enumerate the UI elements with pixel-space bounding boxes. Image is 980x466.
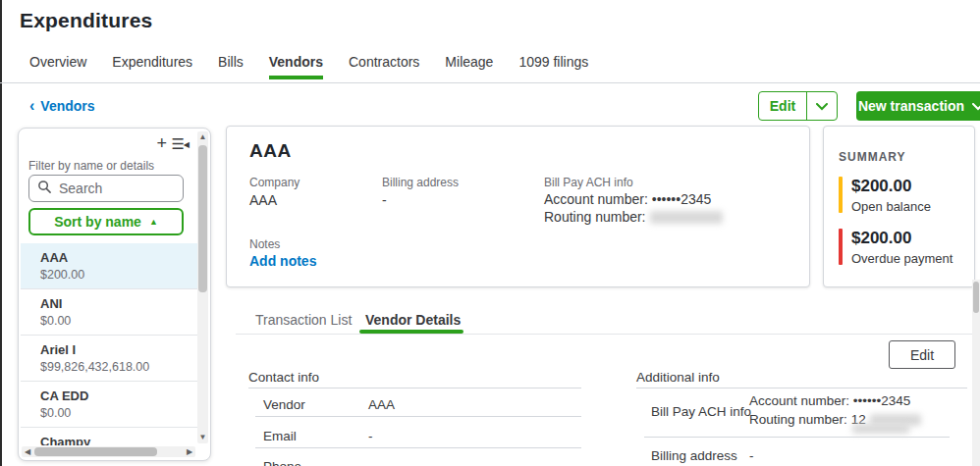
collapse-list-icon[interactable]: ☰◀ [171, 136, 189, 151]
page-title: Expenditures [20, 9, 152, 32]
search-input[interactable] [59, 181, 167, 196]
email-row-label: Email [263, 429, 297, 443]
edit-dropdown-button[interactable] [806, 92, 837, 120]
vendor-list-item-aaa[interactable]: AAA $200.00 [21, 243, 197, 288]
tab-1099-filings[interactable]: 1099 filings [518, 54, 588, 79]
redacted-routing-number [650, 211, 723, 224]
row-divider [644, 437, 950, 438]
tab-contractors[interactable]: Contractors [349, 54, 419, 79]
vertical-scroll-thumb[interactable] [198, 145, 207, 292]
vendor-row-label: Vendor [263, 397, 305, 412]
edit-split-button: Edit [758, 91, 838, 121]
new-transaction-button[interactable]: New transaction [856, 91, 980, 121]
vendor-name: Champy [40, 435, 191, 445]
filter-label: Filter by name or details [28, 159, 154, 173]
scroll-up-arrow-icon[interactable]: ▲ [197, 131, 208, 143]
page-vertical-scrollbar[interactable] [972, 280, 980, 466]
overdue-payment-summary: $200.00 Overdue payment [839, 229, 953, 266]
additional-info-rule [636, 388, 967, 388]
scroll-right-arrow-icon[interactable]: ▶ [184, 446, 195, 457]
vendor-list-item-ariel[interactable]: Ariel I $99,826,432,618.00 [21, 335, 197, 381]
tab-mileage[interactable]: Mileage [445, 54, 493, 79]
sort-label: Sort by name [54, 214, 141, 230]
overdue-payment-label: Overdue payment [851, 251, 953, 266]
chevron-left-icon: ‹ [29, 98, 34, 114]
sort-by-name-button[interactable]: Sort by name ▲ [28, 208, 184, 235]
open-balance-color-bar [839, 177, 843, 213]
notes-label: Notes [249, 237, 280, 251]
vendor-search-box [28, 175, 184, 202]
vendor-amount: $0.00 [40, 406, 191, 420]
billing-address-value: - [382, 192, 387, 208]
additional-info-title: Additional info [636, 370, 720, 385]
breadcrumb-back-vendors[interactable]: ‹ Vendors [29, 98, 95, 114]
tab-divider-rule [236, 334, 972, 335]
contact-info-rule [248, 388, 581, 388]
vendor-list-item-ca-edd[interactable]: CA EDD $0.00 [21, 381, 197, 427]
summary-card: SUMMARY $200.00 Open balance $200.00 Ove… [823, 126, 975, 287]
overdue-payment-amount: $200.00 [851, 229, 953, 248]
email-row-value: - [368, 429, 373, 443]
row-divider [255, 447, 581, 448]
open-balance-summary: $200.00 Open balance [839, 177, 931, 214]
vendor-amount: $200.00 [40, 268, 191, 282]
tab-vendors[interactable]: Vendors [269, 54, 323, 79]
triangle-up-icon: ▲ [149, 217, 158, 227]
edit-button[interactable]: Edit [759, 92, 806, 120]
billing-address-label: Billing address [382, 176, 459, 189]
tab-expenditures[interactable]: Expenditures [112, 54, 192, 79]
vendor-amount: $0.00 [40, 314, 191, 328]
scroll-left-arrow-icon[interactable]: ◀ [22, 446, 33, 457]
vendor-list-item-ani[interactable]: ANI $0.00 [21, 288, 197, 335]
vendor-list: AAA $200.00 ANI $0.00 Ariel I $99,826,43… [21, 243, 197, 445]
routing-number-label: Routing number: [749, 412, 847, 427]
edit-vendor-details-button[interactable]: Edit [889, 340, 955, 369]
add-vendor-icon[interactable]: + [156, 134, 167, 152]
breadcrumb-label: Vendors [40, 98, 94, 114]
chevron-down-icon [972, 98, 980, 114]
vendor-row-value: AAA [368, 397, 395, 412]
vendor-header-card: AAA Company AAA Billing address - Bill P… [226, 126, 810, 287]
triangle-left-icon: ◀ [184, 140, 189, 149]
vendor-list-panel: + ☰◀ Filter by name or details Sort by n… [18, 128, 211, 461]
routing-number-label: Routing number: [544, 209, 646, 225]
ach-info-label: Bill Pay ACH info [544, 176, 633, 189]
vendor-name: Ariel I [40, 342, 191, 357]
row-divider [255, 416, 581, 417]
tab-overview[interactable]: Overview [29, 54, 86, 79]
overdue-payment-color-bar [839, 229, 843, 265]
contact-info-title: Contact info [248, 370, 319, 385]
new-transaction-label: New transaction [858, 98, 964, 114]
vendor-display-name: AAA [249, 140, 292, 162]
tab-bills[interactable]: Bills [218, 54, 244, 79]
vendor-list-vertical-scrollbar[interactable]: ▲ ▼ [197, 131, 208, 443]
ach-account-line: Account number: ••••••2345 [749, 393, 910, 408]
horizontal-scroll-thumb[interactable] [34, 447, 157, 456]
vendor-name: CA EDD [40, 388, 191, 403]
company-value: AAA [249, 192, 277, 208]
vendor-name: ANI [40, 296, 191, 311]
routing-number-line: Routing number: [544, 209, 723, 225]
vendor-list-item-champy[interactable]: Champy [21, 427, 197, 445]
chevron-down-icon [816, 98, 828, 114]
vendor-amount: $99,826,432,618.00 [40, 360, 191, 374]
account-number-line: Account number: ••••••2345 [544, 191, 711, 207]
open-balance-label: Open balance [851, 199, 931, 214]
add-notes-link[interactable]: Add notes [249, 253, 316, 269]
billing-address-row-label: Billing address [651, 448, 737, 463]
company-label: Company [249, 176, 299, 189]
redaction-smudge [852, 424, 909, 434]
summary-title: SUMMARY [839, 150, 906, 164]
tab-transaction-list[interactable]: Transaction List [255, 312, 352, 328]
ach-row-label: Bill Pay ACH info [651, 404, 751, 419]
scroll-down-arrow-icon[interactable]: ▼ [197, 432, 208, 443]
open-balance-amount: $200.00 [851, 177, 931, 196]
vendor-list-horizontal-scrollbar[interactable]: ◀ ▶ [22, 446, 195, 457]
search-icon [37, 180, 52, 198]
tab-vendor-details[interactable]: Vendor Details [365, 312, 461, 328]
top-tabbar: Overview Expenditures Bills Vendors Cont… [0, 54, 980, 83]
phone-row-label: Phone [263, 459, 301, 466]
vendor-name: AAA [40, 250, 191, 265]
page-scroll-thumb[interactable] [973, 282, 979, 313]
billing-address-row-value: - [749, 448, 754, 463]
